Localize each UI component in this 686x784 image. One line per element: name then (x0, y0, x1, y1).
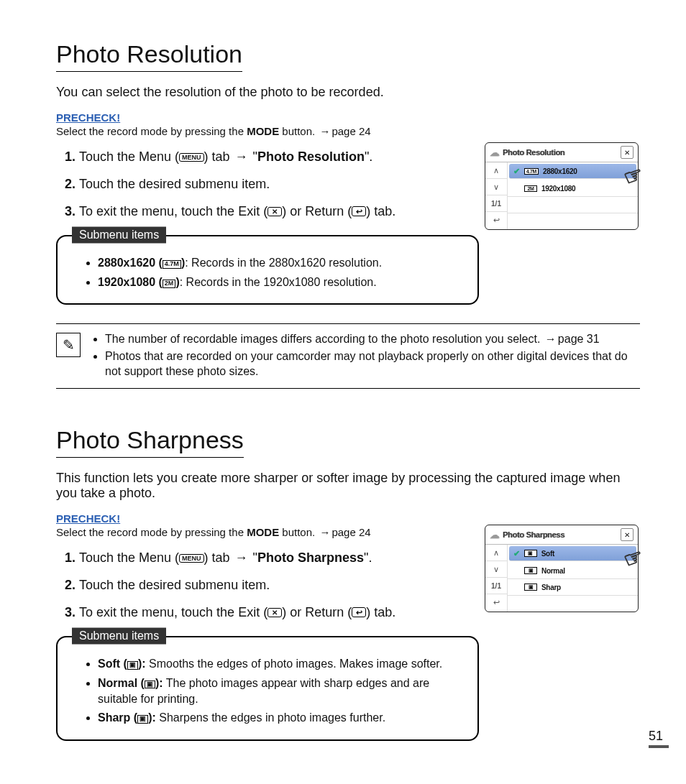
section-title-sharpness: Photo Sharpness (56, 426, 244, 458)
precheck-label: PRECHECK! (56, 512, 640, 525)
note-block: ✎ The number of recordable images differ… (56, 323, 640, 389)
return-icon (352, 607, 366, 617)
arrow-icon (234, 550, 250, 565)
panel-title: Photo Resolution (490, 148, 621, 157)
sharp-icon: ▣ (127, 661, 138, 670)
device-screenshot-sharpness: Photo Sharpness ✕ ∧ ∨ 1/1 ↩ ✔ ▣ Soft ▣ N… (485, 525, 639, 612)
list-item[interactable]: 2M 1920x1080 (508, 180, 638, 197)
submenu-item: 2880x1620 (4.7M): Records in the 2880x16… (98, 255, 462, 271)
submenu-item: Sharp (▣): Sharpens the edges in photo i… (98, 710, 462, 726)
submenu-item: 1920x1080 (2M): Records in the 1920x1080… (98, 275, 462, 290)
note-icon: ✎ (56, 333, 81, 357)
close-icon[interactable]: ✕ (621, 528, 634, 541)
sharp-icon: ▣ (524, 584, 537, 591)
arrow-icon (318, 526, 331, 538)
intro-text: This function lets you create more sharp… (56, 471, 640, 501)
note-item: The number of recordable images differs … (105, 331, 640, 347)
arrow-icon (318, 125, 331, 137)
page-indicator: 1/1 (485, 578, 507, 594)
submenu-box: Submenu items Soft (▣): Smooths the edge… (56, 636, 479, 741)
sharp-icon: ▣ (524, 550, 537, 557)
submenu-item: Normal (▣): The photo images appear with… (98, 675, 462, 708)
return-button[interactable]: ↩ (485, 594, 507, 610)
list-item[interactable]: ✔ 4.7M 2880x1620 (509, 164, 636, 179)
return-icon (352, 206, 366, 216)
check-icon: ✔ (513, 549, 520, 558)
scroll-down-button[interactable]: ∨ (485, 179, 507, 195)
menu-icon: MENU (179, 153, 204, 162)
sharp-icon: ▣ (145, 681, 155, 689)
sharp-icon: ▣ (524, 567, 537, 574)
res-icon: 2M (524, 185, 537, 192)
step-3: To exit the menu, touch the Exit () or R… (79, 202, 482, 221)
scroll-up-button[interactable]: ∧ (485, 162, 507, 179)
list-item-empty (508, 596, 638, 612)
step-2: Touch the desired submenu item. (79, 576, 482, 594)
return-button[interactable]: ↩ (485, 212, 507, 228)
exit-icon (267, 608, 282, 617)
list-item[interactable]: ▣ Normal (508, 563, 638, 579)
precheck-label: PRECHECK! (56, 111, 640, 124)
page-indicator: 1/1 (485, 195, 507, 212)
step-3: To exit the menu, touch the Exit () or R… (79, 603, 482, 622)
submenu-tab: Submenu items (72, 628, 166, 645)
page-number: 51 (649, 729, 669, 748)
device-screenshot-resolution: Photo Resolution ✕ ∧ ∨ 1/1 ↩ ✔ 4.7M 2880… (485, 142, 639, 230)
note-item: Photos that are recorded on your camcord… (105, 349, 640, 379)
submenu-box: Submenu items 2880x1620 (4.7M): Records … (56, 235, 479, 305)
arrow-icon (234, 149, 250, 164)
precheck-text: Select the record mode by pressing the M… (56, 125, 640, 137)
list-item[interactable]: ✔ ▣ Soft (509, 546, 636, 561)
scroll-down-button[interactable]: ∨ (485, 561, 507, 578)
step-2: Touch the desired submenu item. (79, 175, 482, 193)
submenu-item: Soft (▣): Smooths the edges of photo ima… (98, 656, 462, 672)
list-item-empty (508, 213, 638, 229)
arrow-icon (544, 333, 558, 345)
list-item-empty (508, 197, 638, 213)
step-1: Touch the Menu (MENU) tab "Photo Sharpne… (79, 548, 482, 567)
close-icon[interactable]: ✕ (621, 146, 634, 159)
steps-list: Touch the Menu (MENU) tab "Photo Resolut… (56, 147, 482, 221)
check-icon: ✔ (513, 167, 520, 176)
scroll-up-button[interactable]: ∧ (485, 545, 507, 561)
res-icon: 4.7M (163, 260, 181, 269)
menu-icon: MENU (179, 554, 204, 563)
sharp-icon: ▣ (137, 715, 148, 724)
steps-list: Touch the Menu (MENU) tab "Photo Sharpne… (56, 548, 482, 622)
submenu-tab: Submenu items (72, 227, 166, 244)
step-1: Touch the Menu (MENU) tab "Photo Resolut… (79, 147, 482, 166)
list-item[interactable]: ▣ Sharp (508, 579, 638, 596)
section-title-resolution: Photo Resolution (56, 40, 242, 72)
intro-text: You can select the resolution of the pho… (56, 85, 640, 100)
exit-icon (267, 207, 282, 216)
panel-title: Photo Sharpness (490, 530, 621, 539)
res-icon: 4.7M (524, 168, 539, 175)
res-icon: 2M (163, 280, 176, 288)
